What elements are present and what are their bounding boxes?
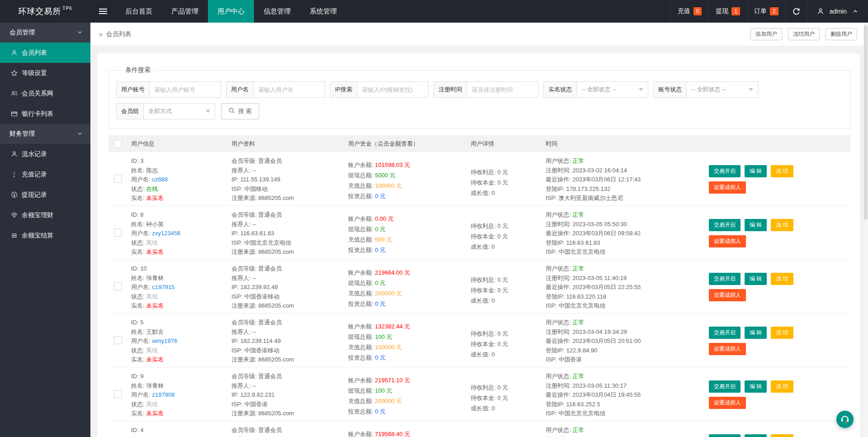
- amount-link[interactable]: 100000 元: [375, 182, 402, 189]
- amount-link[interactable]: 219571.10 元: [375, 377, 410, 384]
- trade-open-button[interactable]: 交易开启: [709, 434, 741, 437]
- add-user-button[interactable]: 添加用户: [750, 28, 782, 40]
- freeze-button[interactable]: 冻 结: [771, 327, 793, 339]
- amount-link[interactable]: 5000 元: [375, 172, 396, 179]
- delete-user-button[interactable]: 删除用户: [826, 28, 857, 40]
- amount-link[interactable]: 100 元: [375, 333, 392, 340]
- username-link[interactable]: c197915: [152, 284, 175, 290]
- freeze-user-button[interactable]: 冻结用户: [788, 28, 820, 40]
- amount-link[interactable]: 200000 元: [375, 398, 402, 404]
- notification-3[interactable]: 订单 2: [747, 0, 785, 23]
- amount-link[interactable]: 0 元: [375, 354, 386, 361]
- admin-user-menu[interactable]: admin: [807, 0, 868, 23]
- set-fake-user-button[interactable]: 设置成假人: [709, 181, 746, 194]
- freeze-button[interactable]: 冻 结: [771, 434, 793, 437]
- customer-service-button[interactable]: [836, 411, 854, 428]
- freeze-button[interactable]: 冻 结: [771, 165, 793, 177]
- column-header: 用户信息: [131, 140, 231, 148]
- account-status-select[interactable]: -- 全部状态 --: [687, 81, 758, 98]
- top-menu-item-1[interactable]: 后台首页: [116, 0, 162, 23]
- user-funds-cell: 账户余额: 132382.44 元提现总额: 100 元充值总额: 100000…: [348, 314, 471, 367]
- username-link[interactable]: wmy1976: [152, 337, 177, 344]
- row-checkbox[interactable]: [114, 228, 122, 237]
- amount-link[interactable]: 100 元: [375, 387, 392, 394]
- amount-link[interactable]: 101598.03 元: [375, 162, 410, 168]
- field-label: ID:: [131, 319, 140, 326]
- scrollbar-thumb[interactable]: [864, 25, 868, 220]
- trade-open-button[interactable]: 交易开启: [709, 219, 741, 231]
- amount-link[interactable]: 719568.40 元: [375, 431, 410, 437]
- edit-button[interactable]: 编 辑: [745, 327, 767, 339]
- freeze-button[interactable]: 冻 结: [771, 380, 793, 393]
- amount-link[interactable]: 0 元: [375, 226, 386, 233]
- set-fake-user-button[interactable]: 设置成假人: [709, 235, 746, 247]
- member-group-select[interactable]: 全部方式: [144, 103, 215, 119]
- set-fake-user-button[interactable]: 设置成假人: [709, 289, 746, 301]
- sidebar-group-2[interactable]: 财务管理: [0, 124, 90, 144]
- ip-input[interactable]: [357, 81, 429, 98]
- amount-link[interactable]: 132382.44 元: [375, 323, 410, 330]
- sidebar-item-会员关系网[interactable]: 会员关系网: [0, 83, 90, 104]
- sidebar-group-1[interactable]: 会员管理: [0, 23, 90, 43]
- scrollbar-track[interactable]: [863, 23, 868, 437]
- row-checkbox[interactable]: [114, 175, 122, 183]
- row-checkbox[interactable]: [114, 336, 122, 344]
- amount-link[interactable]: 100000 元: [375, 344, 402, 351]
- trade-open-button[interactable]: 交易开启: [709, 327, 741, 339]
- username-link[interactable]: cz888: [152, 176, 168, 183]
- sidebar-item-充值记录[interactable]: 充值记录: [0, 164, 90, 185]
- field-label: 用户状态:: [546, 373, 572, 380]
- sidebar-collapse-icon[interactable]: [90, 0, 116, 23]
- trade-open-button[interactable]: 交易开启: [709, 380, 741, 393]
- top-menu-item-5[interactable]: 系统管理: [300, 0, 346, 23]
- realname-status-select[interactable]: -- 全部状态 --: [577, 81, 648, 98]
- username-input[interactable]: [254, 81, 325, 98]
- notification-2[interactable]: 提现 1: [708, 0, 747, 23]
- sidebar-item-提现记录[interactable]: 提现记录: [0, 185, 90, 205]
- top-menu-item-2[interactable]: 产品管理: [162, 0, 208, 23]
- sidebar-item-等级设置[interactable]: 等级设置: [0, 63, 90, 83]
- sidebar-item-余额宝理财[interactable]: 余额宝理财: [0, 205, 90, 225]
- sidebar-item-银行卡列表[interactable]: 银行卡列表: [0, 104, 90, 124]
- sidebar-item-流水记录[interactable]: 流水记录: [0, 144, 90, 164]
- set-fake-user-button[interactable]: 设置成假人: [709, 397, 746, 409]
- amount-link[interactable]: 500 元: [375, 236, 392, 243]
- amount-link[interactable]: 0 元: [375, 193, 386, 200]
- field-label: 最近操作:: [546, 337, 572, 344]
- top-menu-item-4[interactable]: 信息管理: [254, 0, 300, 23]
- sidebar-item-会员列表[interactable]: 会员列表: [0, 43, 90, 63]
- edit-button[interactable]: 编 辑: [745, 434, 767, 437]
- search-button[interactable]: 搜 索: [221, 103, 259, 119]
- set-fake-user-button[interactable]: 设置成假人: [709, 343, 746, 355]
- amount-link[interactable]: 200000 元: [375, 290, 402, 297]
- row-checkbox[interactable]: [114, 282, 122, 290]
- amount-link[interactable]: 0 元: [375, 280, 386, 286]
- edit-button[interactable]: 编 辑: [745, 219, 767, 231]
- trade-open-button[interactable]: 交易开启: [709, 273, 741, 285]
- username-link[interactable]: zxy123456: [152, 230, 180, 237]
- freeze-button[interactable]: 冻 结: [771, 273, 793, 285]
- username-link[interactable]: z197908: [152, 391, 175, 398]
- amount-link[interactable]: 219664.00 元: [375, 269, 410, 276]
- amount-link[interactable]: 0.00 元: [375, 215, 394, 222]
- select-all-checkbox[interactable]: [114, 140, 122, 148]
- field-value: 122.9.82.231: [241, 391, 275, 398]
- regtime-input[interactable]: [467, 81, 538, 98]
- field-label: 用户状态:: [546, 427, 572, 433]
- field-label: 投资总额:: [348, 247, 375, 253]
- field-label: 待收利息:: [471, 169, 497, 176]
- account-input[interactable]: [150, 81, 221, 98]
- amount-link[interactable]: 0 元: [375, 408, 386, 415]
- sidebar-item-余额宝结算[interactable]: 余额宝结算: [0, 225, 90, 246]
- edit-button[interactable]: 编 辑: [745, 380, 767, 393]
- row-checkbox[interactable]: [114, 390, 122, 398]
- amount-link[interactable]: 0 元: [375, 247, 386, 253]
- notification-1[interactable]: 充值 0: [670, 0, 709, 23]
- amount-link[interactable]: 0 元: [375, 300, 386, 307]
- freeze-button[interactable]: 冻 结: [771, 219, 793, 231]
- refresh-button[interactable]: [785, 0, 807, 23]
- edit-button[interactable]: 编 辑: [745, 273, 767, 285]
- top-menu-item-3[interactable]: 用户中心: [208, 0, 254, 23]
- trade-open-button[interactable]: 交易开启: [709, 165, 741, 177]
- edit-button[interactable]: 编 辑: [745, 165, 767, 177]
